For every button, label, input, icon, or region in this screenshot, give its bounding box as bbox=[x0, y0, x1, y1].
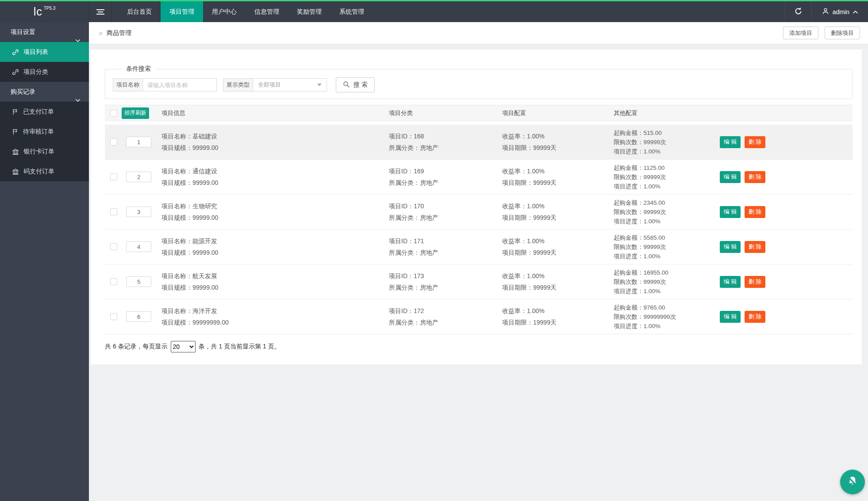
nav-item[interactable]: 系统管理 bbox=[330, 1, 373, 22]
page-size-select[interactable]: 20 bbox=[171, 341, 196, 352]
cell-project-category: 项目ID：173所属分类：房地产 bbox=[389, 270, 502, 293]
row-checkbox[interactable] bbox=[110, 278, 117, 285]
logo-version: TP5.3 bbox=[44, 6, 56, 11]
sidebar-item[interactable]: 待审核订单 bbox=[0, 122, 89, 142]
delete-button[interactable]: 删 除 bbox=[745, 311, 765, 323]
refresh-icon bbox=[794, 7, 803, 17]
display-type-value: 全部项目 bbox=[258, 81, 281, 89]
edit-button[interactable]: 编 辑 bbox=[720, 311, 741, 323]
sidebar-group-label: 项目设置 bbox=[11, 28, 35, 35]
header-other: 其他配置 bbox=[614, 109, 720, 117]
username: admin bbox=[833, 8, 849, 15]
project-name-group: 项目名称 bbox=[113, 78, 217, 92]
sidebar-group-header[interactable]: 项目设置 bbox=[0, 22, 89, 42]
cell-project-info: 项目名称：基础建设项目规模：99999.00 bbox=[156, 130, 389, 153]
add-project-button[interactable]: 添加项目 bbox=[783, 27, 818, 39]
pagination-prefix: 共 6 条记录，每页显示 bbox=[105, 343, 168, 351]
nav-item[interactable]: 项目管理 bbox=[161, 1, 203, 22]
sidebar-item[interactable]: 码支付订单 bbox=[0, 161, 89, 181]
row-checkbox[interactable] bbox=[110, 208, 117, 215]
cell-other-config: 起购金额：16955.00限购次数：99999次项目进度：1.00% bbox=[614, 268, 720, 296]
sidebar-group-label: 购买记录 bbox=[11, 88, 35, 95]
select-caret-icon bbox=[317, 84, 322, 86]
row-checkbox[interactable] bbox=[110, 313, 117, 320]
cell-project-info: 项目名称：通信建设项目规模：99999.00 bbox=[156, 165, 389, 188]
cell-project-category: 项目ID：169所属分类：房地产 bbox=[389, 165, 502, 188]
sidebar-group-header[interactable]: 购买记录 bbox=[0, 82, 89, 102]
delete-button[interactable]: 删 除 bbox=[745, 171, 765, 183]
table-row: 项目名称：通信建设项目规模：99999.00 项目ID：169所属分类：房地产 … bbox=[105, 160, 853, 195]
row-checkbox[interactable] bbox=[110, 243, 117, 250]
sidebar-item-label: 项目列表 bbox=[23, 48, 48, 56]
row-order-input[interactable] bbox=[126, 137, 151, 147]
pagination-suffix: 条，共 1 页当前显示第 1 页。 bbox=[199, 343, 280, 351]
row-actions: 编 辑 删 除 bbox=[720, 136, 853, 148]
sort-refresh-button[interactable]: 排序刷新 bbox=[122, 107, 149, 119]
breadcrumb-arrows-icon: » bbox=[99, 29, 103, 37]
delete-project-button[interactable]: 删除项目 bbox=[825, 27, 860, 39]
nav-item[interactable]: 用户中心 bbox=[203, 1, 246, 22]
chevron-down-icon bbox=[75, 31, 81, 50]
cell-project-info: 项目名称：航天发展项目规模：99999.00 bbox=[156, 270, 389, 293]
flag-icon bbox=[12, 128, 19, 135]
table-row: 项目名称：海洋开发项目规模：99999999.00 项目ID：172所属分类：房… bbox=[105, 299, 853, 334]
cell-other-config: 起购金额：1125.00限购次数：99999次项目进度：1.00% bbox=[614, 163, 720, 191]
chevron-down-icon bbox=[75, 90, 81, 110]
cell-other-config: 起购金额：5585.00限购次数：99999次项目进度：1.00% bbox=[614, 233, 720, 261]
user-menu[interactable]: admin bbox=[811, 1, 868, 22]
nav-item[interactable]: 奖励管理 bbox=[288, 1, 330, 22]
sidebar-item-label: 码支付订单 bbox=[23, 168, 54, 176]
cell-other-config: 起购金额：2345.00限购次数：99999次项目进度：1.00% bbox=[614, 198, 720, 226]
user-icon bbox=[822, 7, 830, 16]
delete-button[interactable]: 删 除 bbox=[745, 241, 765, 253]
row-checkbox[interactable] bbox=[110, 173, 117, 180]
edit-button[interactable]: 编 辑 bbox=[720, 276, 741, 288]
row-order-input[interactable] bbox=[126, 311, 151, 322]
delete-button[interactable]: 删 除 bbox=[745, 276, 765, 288]
row-order-input[interactable] bbox=[126, 207, 151, 217]
sidebar-item[interactable]: 银行卡订单 bbox=[0, 142, 89, 161]
edit-button[interactable]: 编 辑 bbox=[720, 136, 741, 148]
search-icon bbox=[343, 81, 350, 89]
top-navbar: lc TP5.3 后台首页项目管理用户中心信息管理奖励管理系统管理 admin bbox=[0, 0, 868, 22]
edit-button[interactable]: 编 辑 bbox=[720, 206, 741, 218]
edit-button[interactable]: 编 辑 bbox=[720, 171, 741, 183]
display-type-select[interactable]: 全部项目 bbox=[253, 78, 327, 92]
cell-other-config: 起购金额：9765.00限购次数：99999999次项目进度：1.00% bbox=[614, 303, 720, 331]
project-name-input[interactable] bbox=[143, 78, 217, 92]
delete-button[interactable]: 删 除 bbox=[745, 206, 765, 218]
row-order-input[interactable] bbox=[126, 172, 151, 182]
search-button-label: 搜 索 bbox=[353, 81, 368, 89]
row-checkbox[interactable] bbox=[110, 138, 117, 145]
link-icon bbox=[12, 69, 19, 76]
cell-project-config: 收益率：1.00%项目期限：99999天 bbox=[502, 130, 614, 153]
cell-project-config: 收益率：1.00%项目期限：19999天 bbox=[502, 305, 614, 328]
bell-off-icon bbox=[846, 475, 859, 490]
search-button[interactable]: 搜 索 bbox=[336, 77, 375, 92]
nav-menu: 后台首页项目管理用户中心信息管理奖励管理系统管理 bbox=[118, 1, 373, 22]
sidebar-toggle-button[interactable] bbox=[89, 1, 112, 22]
cell-project-config: 收益率：1.00%项目期限：99999天 bbox=[502, 270, 614, 293]
breadcrumb-bar: » 商品管理 添加项目 删除项目 bbox=[89, 22, 868, 44]
select-all-checkbox[interactable] bbox=[110, 110, 117, 117]
cell-project-config: 收益率：1.00%项目期限：99999天 bbox=[502, 200, 614, 223]
row-order-input[interactable] bbox=[126, 276, 151, 287]
project-table: 排序刷新 项目信息 项目分类 项目配置 其他配置 项目名称：基础建设项目规模：9… bbox=[105, 105, 853, 334]
nav-item[interactable]: 信息管理 bbox=[246, 1, 288, 22]
notifications-off-fab[interactable] bbox=[840, 470, 865, 494]
sidebar-group-items: 已支付订单待审核订单银行卡订单码支付订单 bbox=[0, 102, 89, 181]
cell-project-info: 项目名称：海洋开发项目规模：99999999.00 bbox=[156, 305, 389, 328]
cell-other-config: 起购金额：515.00限购次数：99999次项目进度：1.00% bbox=[614, 128, 720, 156]
edit-button[interactable]: 编 辑 bbox=[720, 241, 741, 253]
navbar-right: admin bbox=[785, 1, 868, 22]
cell-project-info: 项目名称：生物研究项目规模：99999.00 bbox=[156, 200, 389, 223]
nav-item[interactable]: 后台首页 bbox=[118, 1, 161, 22]
table-body: 项目名称：基础建设项目规模：99999.00 项目ID：168所属分类：房地产 … bbox=[105, 125, 853, 334]
refresh-button[interactable] bbox=[785, 1, 811, 22]
sidebar-item-label: 银行卡订单 bbox=[23, 148, 54, 156]
sidebar-item[interactable]: 项目分类 bbox=[0, 62, 89, 82]
cell-project-category: 项目ID：170所属分类：房地产 bbox=[389, 200, 502, 223]
delete-button[interactable]: 删 除 bbox=[745, 136, 765, 148]
cell-project-category: 项目ID：172所属分类：房地产 bbox=[389, 305, 502, 328]
row-order-input[interactable] bbox=[126, 241, 151, 252]
